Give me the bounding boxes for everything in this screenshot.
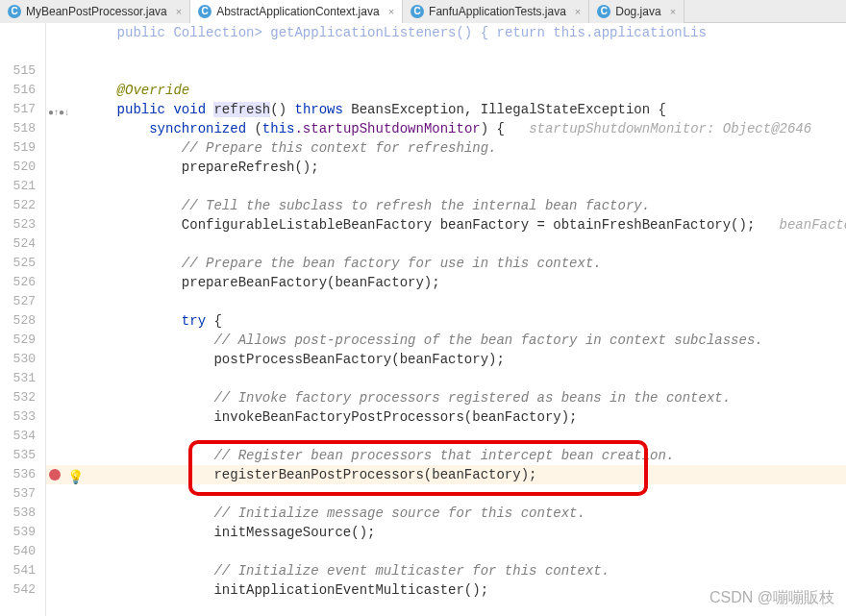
marker-cell [46,427,85,446]
code-line: // Invoke factory processors registered … [85,388,731,407]
line-number: 532 [0,388,36,407]
line-number: 535 [0,446,36,465]
marker-cell: ●↑●↓ [46,100,85,119]
close-icon[interactable]: × [670,6,676,17]
code-line: postProcessBeanFactory(beanFactory); [85,350,505,369]
tab-0[interactable]: C MyBeanPostProcessor.java × [0,0,190,23]
code-line: // Initialize event multicaster for this… [85,561,610,580]
code-line: prepareBeanFactory(beanFactory); [85,273,440,292]
code-line: // Prepare this context for refreshing. [85,138,496,158]
java-class-icon: C [597,5,610,18]
line-number: 528 [0,311,36,331]
line-number-gutter[interactable]: 5155165175185195205215225235245255265275… [0,23,46,616]
marker-cell [46,388,85,407]
line-number: 524 [0,234,36,254]
marker-cell [46,196,85,215]
marker-cell [46,177,85,196]
code-line: prepareRefresh(); [85,158,319,177]
line-number: 538 [0,504,36,523]
code-line: registerBeanPostProcessors(beanFactory); [85,465,536,484]
marker-cell [46,273,85,292]
line-number: 527 [0,292,36,311]
code-line: try { [85,311,222,331]
line-number: 516 [0,81,36,100]
marker-cell [46,580,85,600]
code-area[interactable]: public Collection> getApplicationListene… [85,23,846,616]
code-line: // Prepare the bean factory for use in t… [85,254,602,273]
marker-column[interactable]: ●↑●↓💡 [46,23,85,616]
marker-cell [46,138,85,158]
marker-cell [46,331,85,350]
line-number: 542 [0,580,36,600]
marker-cell: 💡 [46,465,85,484]
marker-cell [46,504,85,523]
line-number: 519 [0,138,36,158]
line-number [0,23,36,42]
marker-cell [46,81,85,100]
code-line: public Collection> getApplicationListene… [85,23,707,42]
marker-cell [46,311,85,331]
java-class-icon: C [8,5,21,18]
tab-2[interactable]: C FanfuApplicationTests.java × [403,0,589,23]
marker-cell [46,119,85,138]
editor-tabs: C MyBeanPostProcessor.java × C AbstractA… [0,0,846,23]
line-number: 533 [0,407,36,427]
close-icon[interactable]: × [575,6,581,17]
line-number: 534 [0,427,36,446]
line-number: 518 [0,119,36,138]
line-number: 523 [0,215,36,234]
code-line: // Initialize message source for this co… [85,504,585,523]
line-number: 526 [0,273,36,292]
marker-cell [46,254,85,273]
line-number: 540 [0,542,36,561]
close-icon[interactable]: × [176,6,182,17]
tab-label: Dog.java [615,5,660,18]
code-line: invokeBeanFactoryPostProcessors(beanFact… [85,407,577,427]
marker-cell [46,523,85,542]
line-number: 541 [0,561,36,580]
tab-label: MyBeanPostProcessor.java [26,5,167,18]
code-line: // Tell the subclass to refresh the inte… [85,196,650,215]
line-number: 520 [0,158,36,177]
tab-1[interactable]: C AbstractApplicationContext.java × [190,0,403,23]
watermark: CSDN @嘣嘣販枝 [709,588,834,608]
line-number [0,42,36,62]
line-number: 531 [0,369,36,388]
line-number: 525 [0,254,36,273]
line-number: 515 [0,62,36,81]
marker-cell [46,234,85,254]
marker-cell [46,484,85,504]
close-icon[interactable]: × [388,6,394,17]
code-line: // Allows post-processing of the bean fa… [85,331,763,350]
code-line: // Register bean processors that interce… [85,446,674,465]
breakpoint-icon[interactable] [49,469,61,480]
line-number: 539 [0,523,36,542]
line-number: 521 [0,177,36,196]
line-number: 537 [0,484,36,504]
line-number: 517 [0,100,36,119]
marker-cell [46,369,85,388]
java-class-icon: C [198,5,212,18]
marker-cell [46,23,85,42]
marker-cell [46,446,85,465]
tab-label: AbstractApplicationContext.java [216,5,379,18]
marker-cell [46,350,85,369]
code-line: synchronized (this.startupShutdownMonito… [85,119,811,138]
java-class-icon: C [411,5,424,18]
line-number: 522 [0,196,36,215]
marker-cell [46,62,85,81]
marker-cell [46,561,85,580]
editor[interactable]: 5155165175185195205215225235245255265275… [0,23,846,616]
marker-cell [46,407,85,427]
line-number: 529 [0,331,36,350]
code-line: public void refresh() throws BeansExcept… [85,100,666,119]
tab-label: FanfuApplicationTests.java [429,5,566,18]
marker-cell [46,542,85,561]
line-number: 536 [0,465,36,484]
marker-cell [46,158,85,177]
marker-cell [46,215,85,234]
marker-cell [46,42,85,62]
tab-3[interactable]: C Dog.java × [589,0,684,23]
line-number: 530 [0,350,36,369]
intention-bulb-icon[interactable]: 💡 [67,467,81,480]
